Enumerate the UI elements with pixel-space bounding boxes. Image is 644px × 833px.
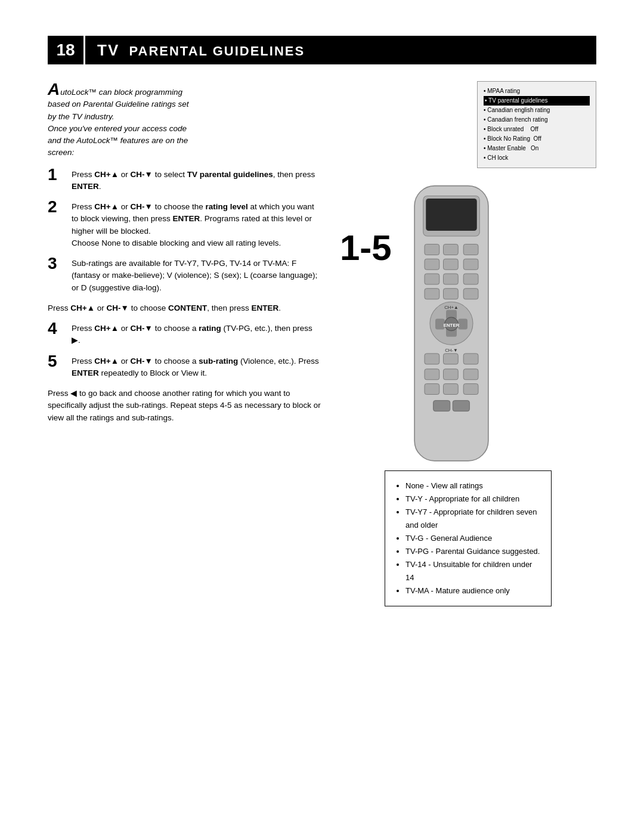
final-paragraph: Press ◀ to go back and choose another ra… (48, 388, 322, 424)
rating-item: TV-Y - Appropriate for all children (405, 493, 540, 506)
step-3-text: Sub-ratings are available for TV-Y7, TV-… (72, 258, 322, 294)
intro-block: AutoLock™ can block programming based on… (48, 81, 322, 159)
step-4-text: Press CH+▲ or CH-▼ to choose a rating (T… (72, 323, 322, 347)
page: 18 TV PARENTAL GUIDELINES AutoLock™ can … (0, 0, 644, 833)
rating-item: TV-PG - Parental Guidance suggested. (405, 545, 540, 558)
step-5-number: 5 (48, 353, 67, 370)
rating-list: None - View all ratings TV-Y - Appropria… (396, 479, 540, 598)
svg-text:CH+▲: CH+▲ (444, 305, 459, 310)
page-header: 18 TV PARENTAL GUIDELINES (48, 36, 596, 64)
svg-rect-4 (443, 244, 458, 255)
step-range-label: 1-5 (340, 230, 392, 266)
svg-rect-26 (463, 354, 478, 364)
svg-rect-31 (443, 384, 458, 395)
svg-rect-19 (458, 318, 467, 329)
svg-rect-3 (425, 244, 439, 255)
rating-item: TV-G - General Audience (405, 532, 540, 545)
remote-section: 1-5 (340, 182, 596, 465)
page-number: 18 (48, 36, 83, 64)
svg-text:CH-▼: CH-▼ (445, 348, 458, 353)
rating-item: TV-14 - Unsuitable for children under 14 (405, 558, 540, 584)
step-1-text: Press CH+▲ or CH-▼ to select TV parental… (72, 169, 322, 193)
svg-rect-29 (463, 369, 478, 380)
step-1-number: 1 (48, 166, 67, 183)
svg-rect-14 (463, 289, 478, 299)
right-column: • MPAA rating • TV parental guidelines •… (340, 81, 596, 606)
step-3-number: 3 (48, 255, 67, 272)
step-5: 5 Press CH+▲ or CH-▼ to choose a sub-rat… (48, 355, 322, 380)
svg-rect-11 (463, 274, 478, 284)
svg-text:ENTER: ENTER (443, 323, 459, 328)
svg-rect-13 (443, 289, 458, 299)
step-5-text: Press CH+▲ or CH-▼ to choose a sub-ratin… (72, 355, 322, 380)
screen-mockup: • MPAA rating • TV parental guidelines •… (477, 81, 596, 168)
step-4-number: 4 (48, 320, 67, 337)
left-column: AutoLock™ can block programming based on… (48, 81, 322, 606)
rating-bullet-box: None - View all ratings TV-Y - Appropria… (385, 470, 552, 607)
remote-control-image: ENTER CH+▲ CH-▼ (398, 182, 505, 465)
svg-rect-9 (425, 274, 439, 284)
svg-rect-28 (443, 369, 458, 380)
rating-item: None - View all ratings (405, 479, 540, 493)
svg-rect-32 (463, 384, 478, 395)
rating-item: TV-Y7 - Appropriate for children seven a… (405, 506, 540, 532)
svg-rect-8 (463, 259, 478, 270)
sub-step-content: Press CH+▲ or CH-▼ to choose CONTENT, th… (48, 302, 322, 314)
step-3: 3 Sub-ratings are available for TV-Y7, T… (48, 258, 322, 294)
svg-rect-5 (463, 244, 478, 255)
content-area: AutoLock™ can block programming based on… (48, 81, 596, 606)
svg-rect-30 (425, 384, 439, 395)
svg-rect-34 (453, 401, 469, 411)
step-2-text: Press CH+▲ or CH-▼ to choose the rating … (72, 201, 322, 249)
page-title-bar: TV PARENTAL GUIDELINES (85, 36, 596, 64)
svg-rect-33 (433, 401, 450, 411)
svg-rect-25 (443, 354, 458, 364)
svg-rect-27 (425, 369, 439, 380)
svg-rect-7 (443, 259, 458, 270)
svg-rect-2 (426, 199, 477, 231)
step-4: 4 Press CH+▲ or CH-▼ to choose a rating … (48, 323, 322, 347)
svg-rect-10 (443, 274, 458, 284)
rating-item: TV-MA - Mature audience only (405, 584, 540, 597)
svg-rect-12 (425, 289, 439, 299)
step-2-number: 2 (48, 199, 67, 215)
step-2: 2 Press CH+▲ or CH-▼ to choose the ratin… (48, 201, 322, 249)
step-1: 1 Press CH+▲ or CH-▼ to select TV parent… (48, 169, 322, 193)
drop-cap: A (48, 80, 60, 98)
page-title: TV PARENTAL GUIDELINES (97, 41, 305, 60)
svg-rect-6 (425, 259, 439, 270)
svg-rect-24 (425, 354, 439, 364)
